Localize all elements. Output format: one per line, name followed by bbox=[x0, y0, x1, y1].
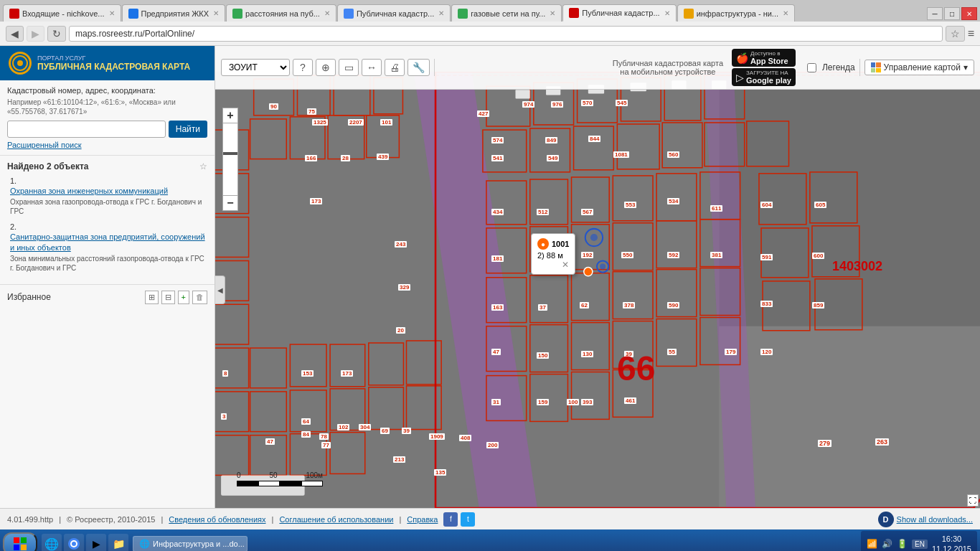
tab-rasstoyaniya[interactable]: расстояния на пуб... ✕ bbox=[226, 4, 336, 22]
tool-area[interactable]: ▭ bbox=[339, 59, 359, 76]
tab-gmail[interactable]: Входящие - nichkove... ✕ bbox=[3, 4, 121, 22]
media-taskbar-icon[interactable]: ▶ bbox=[86, 534, 106, 551]
scale-50: 50 bbox=[269, 471, 277, 479]
tray-network-icon[interactable]: 📶 bbox=[867, 539, 877, 549]
tab-close-kadastr1[interactable]: ✕ bbox=[438, 9, 444, 17]
map-toolbar: ЗОУИТ Участки ОКС Границы ? ⊕ ▭ ↔ 🖨 🔧 Пу… bbox=[215, 46, 980, 90]
address-bar[interactable] bbox=[69, 26, 943, 42]
refresh-button[interactable]: ↻ bbox=[47, 26, 66, 42]
tab-close-infra[interactable]: ✕ bbox=[783, 9, 788, 17]
ie-taskbar-icon[interactable]: 🌐 bbox=[42, 534, 62, 551]
svg-point-103 bbox=[72, 542, 76, 546]
tab-kadastr1[interactable]: Публичная кадастр... ✕ bbox=[337, 4, 451, 22]
forward-button[interactable]: ▶ bbox=[27, 26, 44, 42]
collapse-sidebar-arrow[interactable]: ◀ bbox=[215, 276, 225, 304]
portal-logo bbox=[9, 52, 32, 75]
language-indicator[interactable]: EN bbox=[912, 540, 928, 549]
legend-checkbox[interactable] bbox=[807, 63, 816, 72]
search-area: Кадастровый номер, адрес, координата: На… bbox=[0, 80, 215, 156]
tab-label-rasstoyaniya: расстояния на пуб... bbox=[245, 9, 320, 18]
tab-kadastr2[interactable]: Публичная кадастр... ✕ bbox=[562, 4, 676, 22]
show-downloads-link[interactable]: Show all downloads... bbox=[897, 515, 973, 524]
updates-link[interactable]: Сведения об обновлениях bbox=[169, 515, 265, 524]
favorites-icon-image[interactable]: ⊞ bbox=[145, 291, 159, 304]
search-button[interactable]: Найти bbox=[169, 121, 207, 138]
layer-select[interactable]: ЗОУИТ Участки ОКС Границы bbox=[221, 59, 290, 76]
tab-label-kadastr1: Публичная кадастр... bbox=[357, 9, 434, 18]
tray-battery-icon[interactable]: 🔋 bbox=[897, 539, 908, 549]
results-header: Найдено 2 объекта ☆ bbox=[7, 161, 207, 171]
tab-zhkh[interactable]: Предприятия ЖКХ ✕ bbox=[122, 4, 226, 22]
tool-measure[interactable]: ↔ bbox=[362, 59, 382, 76]
search-input[interactable] bbox=[7, 121, 166, 138]
agreement-link[interactable]: Соглашение об использовании bbox=[279, 515, 393, 524]
advanced-search-link[interactable]: Расширенный поиск bbox=[7, 141, 207, 149]
tab-close-zhkh[interactable]: ✕ bbox=[213, 9, 219, 17]
popup-label: 1001 bbox=[552, 240, 569, 248]
result-link-2[interactable]: Санитарно-защитная зона предприятий, соо… bbox=[10, 232, 207, 253]
popup-text: 2) 88 м bbox=[537, 251, 569, 260]
tab-gaz[interactable]: газовые сети на пу... ✕ bbox=[451, 4, 562, 22]
results-title: Найдено 2 объекта bbox=[7, 161, 89, 171]
downloads-avatar[interactable]: D bbox=[878, 512, 894, 527]
twitter-icon[interactable]: t bbox=[461, 512, 475, 527]
result-desc-1: Охранная зона газопровода-отвода к ГРС г… bbox=[10, 197, 207, 216]
result-number-1: 1. bbox=[10, 176, 17, 185]
map-image[interactable]: 974 976 570 545 90 75 427 1325 2207 101 … bbox=[215, 72, 980, 508]
scale-seg-2 bbox=[258, 481, 280, 486]
svg-rect-4 bbox=[719, 72, 980, 326]
popup-close-button[interactable]: ✕ bbox=[562, 260, 569, 270]
tool-print[interactable]: 🖨 bbox=[385, 59, 405, 76]
zoom-slider bbox=[223, 152, 237, 155]
tool-select[interactable]: ⊕ bbox=[316, 59, 336, 76]
tab-bar: Входящие - nichkove... ✕ Предприятия ЖКХ… bbox=[0, 0, 980, 22]
manage-map-button[interactable]: Управление картой ▾ bbox=[864, 60, 974, 75]
back-button[interactable]: ◀ bbox=[6, 26, 24, 42]
popup-marker-icon: ● bbox=[537, 238, 549, 250]
extensions-icon[interactable]: ≡ bbox=[968, 27, 974, 40]
bookmark-button[interactable]: ☆ bbox=[946, 26, 965, 42]
tab-favicon-kadastr2 bbox=[569, 8, 579, 18]
results-area: Найдено 2 объекта ☆ 1. Охранная зона инж… bbox=[0, 156, 215, 285]
tab-close-kadastr2[interactable]: ✕ bbox=[664, 9, 670, 17]
maximize-button[interactable]: □ bbox=[944, 7, 960, 20]
copyright-label: © Росреестр, 2010-2015 bbox=[67, 515, 155, 524]
zoom-in-button[interactable]: + bbox=[222, 108, 238, 123]
favorites-icon-delete[interactable]: 🗑 bbox=[192, 291, 207, 304]
results-star-icon[interactable]: ☆ bbox=[199, 161, 207, 171]
search-input-row: Найти bbox=[7, 121, 207, 138]
help-link[interactable]: Справка bbox=[407, 515, 438, 524]
appstore-button[interactable]: 🍎 Доступно в App Store bbox=[732, 49, 796, 67]
tray-volume-icon[interactable]: 🔊 bbox=[882, 539, 892, 549]
minimize-button[interactable]: ─ bbox=[927, 7, 943, 20]
tab-infra[interactable]: инфраструктура - ни... ✕ bbox=[677, 4, 795, 22]
tool-info[interactable]: ? bbox=[293, 59, 313, 76]
manage-dropdown-icon: ▾ bbox=[963, 62, 968, 72]
result-link-1[interactable]: Охранная зона инженерных коммуникаций bbox=[10, 186, 207, 196]
folder-taskbar-icon[interactable]: 📁 bbox=[108, 534, 128, 551]
expand-map-button[interactable]: ⛶ bbox=[967, 494, 979, 507]
close-button[interactable]: ✕ bbox=[961, 7, 977, 20]
tool-settings[interactable]: 🔧 bbox=[407, 59, 430, 76]
chrome-taskbar-icon[interactable] bbox=[64, 534, 84, 551]
start-button[interactable] bbox=[3, 532, 37, 551]
favorites-icon-table[interactable]: ⊟ bbox=[161, 291, 175, 304]
zoom-bar[interactable] bbox=[222, 123, 238, 195]
legend-row: Легенда bbox=[807, 62, 855, 72]
tab-close-gaz[interactable]: ✕ bbox=[550, 9, 555, 17]
tab-close-rasstoyaniya[interactable]: ✕ bbox=[324, 9, 330, 17]
favorites-icon-add[interactable]: + bbox=[178, 291, 189, 304]
map-container[interactable]: ЗОУИТ Участки ОКС Границы ? ⊕ ▭ ↔ 🖨 🔧 Пу… bbox=[215, 46, 980, 508]
tab-close-gmail[interactable]: ✕ bbox=[109, 9, 115, 17]
clock[interactable]: 16:30 11.12.2015 bbox=[932, 534, 971, 551]
zoom-out-button[interactable]: − bbox=[222, 195, 238, 211]
googleplay-button[interactable]: ▷ ЗАГРУЗИТЕ НА Google play bbox=[732, 68, 796, 86]
toolbar-separator2 bbox=[859, 59, 860, 76]
search-label: Кадастровый номер, адрес, координата: bbox=[7, 86, 207, 95]
facebook-icon[interactable]: f bbox=[443, 512, 458, 527]
taskbar-item-infra[interactable]: 🌐 Инфраструктура и ...do... bbox=[133, 536, 248, 551]
sidebar-title-area: ПОРТАЛ УСЛУГ ПУБЛИЧНАЯ КАДАСТРОВАЯ КАРТА bbox=[37, 55, 190, 72]
google-play-icon: ▷ bbox=[736, 72, 744, 83]
result-item-1: 1. Охранная зона инженерных коммуникаций… bbox=[7, 176, 207, 216]
googleplay-label: Google play bbox=[746, 76, 791, 85]
